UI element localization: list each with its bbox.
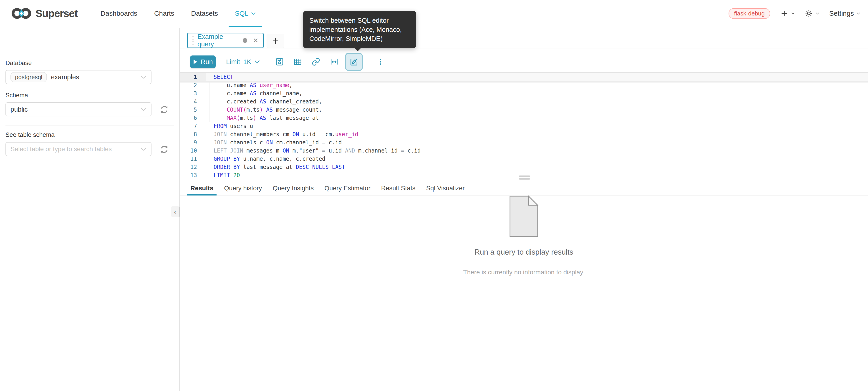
code-line[interactable]: 4 c.created AS channel_created, — [180, 98, 868, 106]
line-number: 9 — [180, 138, 206, 146]
render-table-button[interactable] — [289, 55, 307, 69]
settings-menu[interactable]: Settings — [829, 9, 860, 17]
table-schema-label: See table schema — [5, 131, 55, 138]
close-tab-icon[interactable]: ✕ — [253, 37, 258, 44]
line-number: 5 — [180, 106, 206, 114]
line-number: 6 — [180, 114, 206, 122]
schema-label: Schema — [5, 92, 28, 99]
line-number: 2 — [180, 81, 206, 89]
line-number: 1 — [180, 73, 206, 81]
code-line[interactable]: 8JOIN channel_members cm ON u.id = cm.us… — [180, 130, 868, 138]
nav-item-datasets[interactable]: Datasets — [183, 0, 226, 27]
sql-code-lines: 1SELECT2 u.name AS user_name,3 c.name AS… — [180, 73, 868, 178]
line-number: 3 — [180, 89, 206, 98]
limit-dropdown[interactable]: Limit 1K — [226, 58, 260, 66]
line-number: 13 — [180, 171, 206, 178]
tab-query-insights[interactable]: Query Insights — [270, 182, 317, 195]
superset-logo-icon — [11, 7, 32, 20]
code-line[interactable]: 1SELECT — [180, 73, 868, 81]
resize-grip-bar[interactable] — [519, 175, 530, 177]
chevron-down-icon — [251, 12, 256, 15]
run-button[interactable]: Run — [190, 56, 216, 68]
chevron-down-icon — [141, 75, 147, 79]
drag-handle-icon[interactable] — [192, 36, 193, 45]
editor-switch-tooltip: Switch between SQL editor implementation… — [303, 11, 416, 48]
more-options-button[interactable] — [371, 55, 390, 69]
line-number: 12 — [180, 163, 206, 171]
chevron-down-icon — [857, 12, 860, 14]
theme-toggle-button[interactable] — [805, 9, 819, 18]
schema-select[interactable]: public — [5, 102, 152, 117]
navbar: Superset Dashboards Charts Datasets SQL … — [0, 0, 868, 27]
query-tab-label: Example query — [197, 33, 238, 48]
toolbar-icons — [271, 53, 390, 71]
toolbar-divider — [368, 57, 368, 67]
nav-items: Dashboards Charts Datasets SQL — [92, 0, 264, 27]
line-number: 10 — [180, 146, 206, 155]
copy-link-button[interactable] — [307, 55, 325, 69]
code-line[interactable]: 12ORDER BY last_message_at DESC NULLS LA… — [180, 163, 868, 171]
brand[interactable]: Superset — [11, 7, 78, 20]
nav-item-charts[interactable]: Charts — [146, 0, 183, 27]
unsaved-indicator — [243, 38, 247, 43]
code-line[interactable]: 6 MAX(m.ts) AS last_message_at — [180, 114, 868, 122]
brand-wordmark: Superset — [35, 7, 78, 20]
schema-value: public — [10, 106, 28, 113]
tab-results[interactable]: Results — [187, 182, 217, 195]
editor-toolbar: Run Limit 1K — [190, 55, 390, 69]
new-item-button[interactable] — [780, 9, 795, 18]
code-line[interactable]: 11GROUP BY u.name, c.name, c.created — [180, 155, 868, 163]
table-select-placeholder: Select table or type to search tables — [10, 145, 112, 153]
code-line[interactable]: 9JOIN channels c ON cm.channel_id = c.id — [180, 138, 868, 146]
tab-sql-visualizer[interactable]: Sql Visualizer — [423, 182, 468, 195]
sql-code-editor[interactable]: 1SELECT2 u.name AS user_name,3 c.name AS… — [180, 72, 868, 178]
resize-grip-bar[interactable] — [519, 178, 530, 180]
database-engine-tag: postgresql — [10, 72, 47, 82]
results-empty-state: Run a query to display results There is … — [180, 195, 868, 276]
nav-item-sql[interactable]: SQL — [226, 0, 264, 27]
refresh-schemas-button[interactable] — [159, 104, 170, 115]
chevron-down-icon — [791, 12, 795, 14]
environment-badge: flask-debug — [728, 8, 770, 19]
tab-query-estimator[interactable]: Query Estimator — [321, 182, 373, 195]
code-line[interactable]: 10LEFT JOIN messages m ON m."user" = u.i… — [180, 146, 868, 155]
line-number: 4 — [180, 98, 206, 106]
tab-query-history[interactable]: Query history — [221, 182, 265, 195]
results-tabbar: Results Query history Query Insights Que… — [180, 182, 868, 195]
empty-state-subtitle: There is currently no information to dis… — [463, 269, 584, 276]
chevron-down-icon — [141, 148, 147, 151]
collapse-sidebar-button[interactable]: ‹ — [171, 206, 179, 217]
line-number: 7 — [180, 122, 206, 130]
line-number: 11 — [180, 155, 206, 163]
format-width-button[interactable] — [325, 55, 343, 69]
sql-editor-main: Example query ✕ Run Limit 1K — [180, 28, 868, 391]
database-select[interactable]: postgresql examples — [5, 70, 152, 84]
navbar-right: flask-debug — [728, 8, 860, 19]
nav-item-dashboards[interactable]: Dashboards — [92, 0, 146, 27]
sidebar-divider — [5, 125, 174, 126]
empty-state-title: Run a query to display results — [474, 248, 574, 256]
code-line[interactable]: 3 c.name AS channel_name, — [180, 89, 868, 98]
tab-result-stats[interactable]: Result Stats — [378, 182, 418, 195]
chevron-down-icon — [816, 12, 819, 14]
database-value: examples — [51, 73, 79, 81]
chevron-down-icon — [141, 108, 147, 111]
chevron-down-icon — [254, 60, 260, 63]
code-line[interactable]: 2 u.name AS user_name, — [180, 81, 868, 89]
refresh-tables-button[interactable] — [159, 144, 170, 155]
play-icon — [193, 59, 197, 64]
sun-icon — [805, 9, 813, 18]
sql-lab-page: Superset Dashboards Charts Datasets SQL … — [0, 0, 868, 391]
database-label: Database — [5, 60, 32, 67]
code-line[interactable]: 7FROM users u — [180, 122, 868, 130]
sql-lab-sidebar: Database postgresql examples Schema publ… — [0, 28, 179, 391]
empty-document-icon — [509, 195, 538, 237]
add-tab-button[interactable] — [267, 34, 284, 48]
switch-editor-button[interactable] — [345, 53, 363, 71]
code-line[interactable]: 5 COUNT(m.ts) AS message_count, — [180, 106, 868, 114]
save-query-button[interactable] — [271, 55, 289, 69]
query-tab[interactable]: Example query ✕ — [187, 33, 264, 48]
toolbar-divider — [267, 56, 267, 68]
table-select[interactable]: Select table or type to search tables — [5, 142, 152, 156]
settings-label: Settings — [829, 9, 854, 17]
